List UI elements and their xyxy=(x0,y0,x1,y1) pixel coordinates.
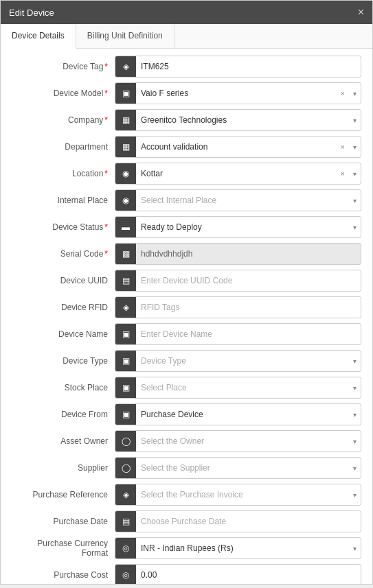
required-star-device-model: * xyxy=(104,89,108,98)
device-type-dropdown-arrow[interactable]: ▾ xyxy=(349,357,361,365)
location-icon: ◉ xyxy=(115,163,136,184)
purchase-reference-dropdown-arrow[interactable]: ▾ xyxy=(349,491,361,499)
purchase-currency-dropdown-arrow[interactable]: ▾ xyxy=(349,545,361,552)
input-wrapper-device-rfid: ◈ xyxy=(115,296,361,318)
calendar-icon: ▤ xyxy=(115,511,136,532)
internal-place-dropdown-arrow[interactable]: ▾ xyxy=(349,197,361,204)
building-icon: ▦ xyxy=(115,137,136,157)
form-row-purchase-cost: Purchase Cost◎ xyxy=(12,564,361,584)
required-star-serial-code: * xyxy=(104,249,108,259)
required-star-company: * xyxy=(104,115,108,125)
grid-icon: ▩ xyxy=(115,244,136,264)
location-dropdown-arrow[interactable]: ▾ xyxy=(349,170,361,178)
company-dropdown-arrow[interactable]: ▾ xyxy=(349,117,361,124)
form-row-device-name: Device Name▣ xyxy=(12,323,361,345)
input-wrapper-internal-place: ◉▾ xyxy=(115,189,361,211)
internal-place-input[interactable] xyxy=(136,192,349,209)
label-stock-place: Stock Place xyxy=(12,383,115,392)
monitor-icon: ▣ xyxy=(115,404,136,425)
purchase-date-input[interactable] xyxy=(136,513,361,530)
device-uuid-input[interactable] xyxy=(136,272,361,289)
asset-owner-dropdown-arrow[interactable]: ▾ xyxy=(349,438,361,445)
monitor-icon: ▣ xyxy=(115,351,136,371)
label-purchase-reference: Purchase Reference xyxy=(12,490,115,499)
label-internal-place: Internal Place xyxy=(12,196,115,205)
serial-code-input[interactable] xyxy=(136,246,361,262)
modal-header: Edit Device × xyxy=(1,1,372,24)
form-row-location: Location*◉×▾ xyxy=(12,163,361,185)
device-from-input[interactable] xyxy=(136,406,349,423)
input-wrapper-company: ▦▾ xyxy=(115,109,361,131)
form-row-company: Company*▦▾ xyxy=(12,109,361,131)
input-wrapper-department: ▦×▾ xyxy=(115,136,361,158)
input-wrapper-device-name: ▣ xyxy=(115,323,361,345)
device-from-dropdown-arrow[interactable]: ▾ xyxy=(349,411,361,419)
person-icon: ◯ xyxy=(115,458,136,478)
form-row-stock-place: Stock Place▣▾ xyxy=(12,377,361,399)
tag-icon: ◈ xyxy=(115,297,136,318)
monitor-icon: ▣ xyxy=(115,377,136,398)
location-input[interactable] xyxy=(136,165,337,182)
input-wrapper-asset-owner: ◯▾ xyxy=(115,430,361,452)
department-clear-button[interactable]: × xyxy=(337,143,349,151)
device-name-input[interactable] xyxy=(136,326,361,342)
form-row-department: Department▦×▾ xyxy=(12,136,361,158)
form-row-device-from: Device From▣▾ xyxy=(12,403,361,425)
device-tag-input[interactable] xyxy=(136,58,361,75)
label-device-from: Device From xyxy=(12,410,115,419)
department-input[interactable] xyxy=(136,139,337,155)
close-button[interactable]: × xyxy=(358,6,364,19)
input-wrapper-device-type: ▣▾ xyxy=(115,350,361,372)
form-row-device-type: Device Type▣▾ xyxy=(12,350,361,372)
supplier-dropdown-arrow[interactable]: ▾ xyxy=(349,464,361,472)
tab-device-details[interactable]: Device Details xyxy=(1,24,76,49)
location-clear-button[interactable]: × xyxy=(337,169,349,178)
stock-place-input[interactable] xyxy=(136,379,349,396)
form-row-asset-owner: Asset Owner◯▾ xyxy=(12,430,361,452)
label-company: Company* xyxy=(12,115,115,125)
label-location: Location* xyxy=(12,169,115,178)
person-icon: ◯ xyxy=(115,431,136,451)
input-wrapper-purchase-reference: ◈▾ xyxy=(115,484,361,506)
location-icon: ◉ xyxy=(115,190,136,211)
device-status-input[interactable] xyxy=(136,219,349,235)
purchase-reference-input[interactable] xyxy=(136,486,349,503)
device-status-dropdown-arrow[interactable]: ▾ xyxy=(349,224,361,231)
supplier-input[interactable] xyxy=(136,460,349,476)
form-row-device-uuid: Device UUID▤ xyxy=(12,270,361,292)
input-wrapper-supplier: ◯▾ xyxy=(115,457,361,479)
input-wrapper-purchase-currency: ◎▾ xyxy=(115,537,361,559)
form-row-device-status: Device Status*▬▾ xyxy=(12,216,361,238)
device-model-clear-button[interactable]: × xyxy=(337,89,349,97)
purchase-cost-input[interactable] xyxy=(136,567,361,583)
form-row-internal-place: Internal Place◉▾ xyxy=(12,189,361,211)
input-wrapper-device-model: ▣×▾ xyxy=(115,82,361,104)
building-icon: ▦ xyxy=(115,110,136,130)
form-row-purchase-date: Purchase Date▤ xyxy=(12,510,361,532)
device-rfid-input[interactable] xyxy=(136,299,361,316)
asset-owner-input[interactable] xyxy=(136,433,349,449)
form-body: Device Tag*◈Device Model*▣×▾Company*▦▾De… xyxy=(1,49,372,584)
stock-place-dropdown-arrow[interactable]: ▾ xyxy=(349,384,361,392)
department-dropdown-arrow[interactable]: ▾ xyxy=(349,143,361,151)
modal-title: Edit Device xyxy=(9,8,54,18)
label-device-uuid: Device UUID xyxy=(12,276,115,285)
tab-billing-unit[interactable]: Billing Unit Definition xyxy=(76,24,174,48)
device-type-input[interactable] xyxy=(136,353,349,369)
form-row-purchase-reference: Purchase Reference◈▾ xyxy=(12,484,361,506)
form-row-device-tag: Device Tag*◈ xyxy=(12,56,361,78)
card-icon: ▤ xyxy=(115,270,136,291)
device-model-input[interactable] xyxy=(136,85,337,102)
form-row-serial-code: Serial Code*▩ xyxy=(12,243,361,265)
label-department: Department xyxy=(12,142,115,152)
input-wrapper-device-uuid: ▤ xyxy=(115,270,361,292)
label-purchase-date: Purchase Date xyxy=(12,517,115,526)
label-asset-owner: Asset Owner xyxy=(12,436,115,446)
purchase-currency-input[interactable] xyxy=(136,540,349,556)
device-model-dropdown-arrow[interactable]: ▾ xyxy=(349,90,361,97)
tab-bar: Device Details Billing Unit Definition xyxy=(1,24,372,49)
company-input[interactable] xyxy=(136,112,349,128)
money-icon: ◎ xyxy=(115,565,136,584)
label-device-rfid: Device RFID xyxy=(12,303,115,312)
label-purchase-currency: Purchase Currency Format xyxy=(12,539,115,558)
